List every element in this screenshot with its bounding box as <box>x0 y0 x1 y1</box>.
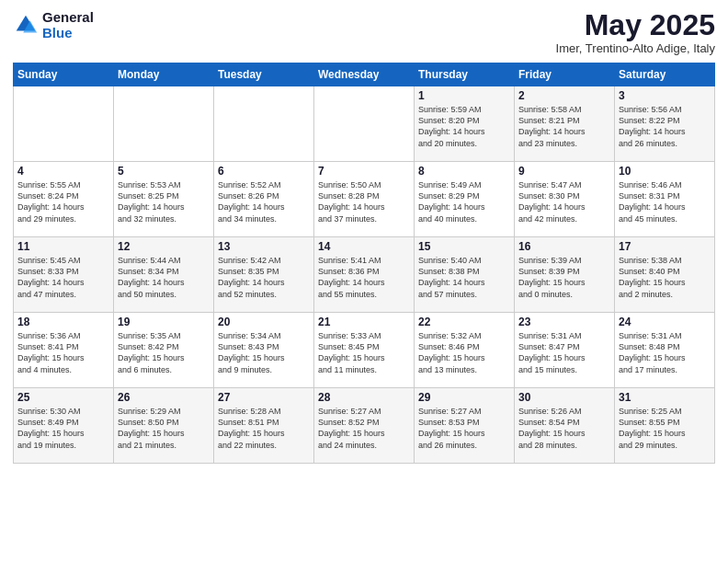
day-number: 19 <box>118 316 210 328</box>
calendar-cell: 7Sunrise: 5:50 AM Sunset: 8:28 PM Daylig… <box>314 162 415 237</box>
calendar-cell: 8Sunrise: 5:49 AM Sunset: 8:29 PM Daylig… <box>415 162 515 237</box>
calendar-cell: 26Sunrise: 5:29 AM Sunset: 8:50 PM Dayli… <box>114 388 214 464</box>
calendar-cell: 30Sunrise: 5:26 AM Sunset: 8:54 PM Dayli… <box>515 388 615 464</box>
calendar-cell: 4Sunrise: 5:55 AM Sunset: 8:24 PM Daylig… <box>14 162 114 237</box>
calendar-cell: 28Sunrise: 5:27 AM Sunset: 8:52 PM Dayli… <box>314 388 415 464</box>
day-info: Sunrise: 5:52 AM Sunset: 8:26 PM Dayligh… <box>218 179 310 224</box>
header-day-wednesday: Wednesday <box>314 63 415 86</box>
day-info: Sunrise: 5:41 AM Sunset: 8:36 PM Dayligh… <box>318 255 410 300</box>
day-info: Sunrise: 5:38 AM Sunset: 8:40 PM Dayligh… <box>619 255 711 300</box>
day-info: Sunrise: 5:55 AM Sunset: 8:24 PM Dayligh… <box>17 179 109 224</box>
day-number: 9 <box>518 165 610 178</box>
day-info: Sunrise: 5:30 AM Sunset: 8:49 PM Dayligh… <box>17 406 109 451</box>
calendar-cell: 15Sunrise: 5:40 AM Sunset: 8:38 PM Dayli… <box>415 237 515 313</box>
day-number: 16 <box>518 240 610 253</box>
day-info: Sunrise: 5:50 AM Sunset: 8:28 PM Dayligh… <box>318 179 410 224</box>
page-container: General Blue May 2025 Imer, Trentino-Alt… <box>0 0 728 473</box>
calendar-cell: 9Sunrise: 5:47 AM Sunset: 8:30 PM Daylig… <box>515 162 615 237</box>
calendar-cell: 14Sunrise: 5:41 AM Sunset: 8:36 PM Dayli… <box>314 237 415 313</box>
day-number: 8 <box>418 165 510 178</box>
week-row-2: 4Sunrise: 5:55 AM Sunset: 8:24 PM Daylig… <box>14 162 715 237</box>
month-title: May 2025 <box>556 9 715 41</box>
calendar-cell: 23Sunrise: 5:31 AM Sunset: 8:47 PM Dayli… <box>515 313 615 388</box>
calendar-cell: 2Sunrise: 5:58 AM Sunset: 8:21 PM Daylig… <box>515 86 615 162</box>
day-info: Sunrise: 5:36 AM Sunset: 8:41 PM Dayligh… <box>17 330 109 375</box>
day-info: Sunrise: 5:31 AM Sunset: 8:48 PM Dayligh… <box>619 330 711 375</box>
calendar-cell: 10Sunrise: 5:46 AM Sunset: 8:31 PM Dayli… <box>615 162 715 237</box>
day-number: 26 <box>118 391 210 404</box>
calendar-cell: 11Sunrise: 5:45 AM Sunset: 8:33 PM Dayli… <box>14 237 114 313</box>
day-number: 10 <box>619 165 711 178</box>
day-info: Sunrise: 5:35 AM Sunset: 8:42 PM Dayligh… <box>118 330 210 375</box>
calendar-cell: 22Sunrise: 5:32 AM Sunset: 8:46 PM Dayli… <box>415 313 515 388</box>
day-info: Sunrise: 5:56 AM Sunset: 8:22 PM Dayligh… <box>619 104 711 149</box>
day-number: 4 <box>17 165 109 178</box>
day-number: 30 <box>518 391 610 404</box>
day-number: 24 <box>619 316 711 328</box>
day-info: Sunrise: 5:49 AM Sunset: 8:29 PM Dayligh… <box>418 179 510 224</box>
header-day-saturday: Saturday <box>615 63 715 86</box>
calendar-cell: 19Sunrise: 5:35 AM Sunset: 8:42 PM Dayli… <box>114 313 214 388</box>
calendar-cell: 6Sunrise: 5:52 AM Sunset: 8:26 PM Daylig… <box>214 162 314 237</box>
day-info: Sunrise: 5:58 AM Sunset: 8:21 PM Dayligh… <box>518 104 610 149</box>
week-row-5: 25Sunrise: 5:30 AM Sunset: 8:49 PM Dayli… <box>14 388 715 464</box>
day-info: Sunrise: 5:45 AM Sunset: 8:33 PM Dayligh… <box>17 255 109 300</box>
day-number: 21 <box>318 316 410 328</box>
calendar-cell: 1Sunrise: 5:59 AM Sunset: 8:20 PM Daylig… <box>415 86 515 162</box>
logo-text: General Blue <box>42 9 94 40</box>
day-number: 27 <box>218 391 310 404</box>
calendar-cell <box>14 86 114 162</box>
day-number: 6 <box>218 165 310 178</box>
calendar-cell: 12Sunrise: 5:44 AM Sunset: 8:34 PM Dayli… <box>114 237 214 313</box>
day-number: 29 <box>418 391 510 404</box>
calendar-cell: 18Sunrise: 5:36 AM Sunset: 8:41 PM Dayli… <box>14 313 114 388</box>
day-info: Sunrise: 5:31 AM Sunset: 8:47 PM Dayligh… <box>518 330 610 375</box>
day-number: 18 <box>17 316 109 328</box>
day-info: Sunrise: 5:29 AM Sunset: 8:50 PM Dayligh… <box>118 406 210 451</box>
day-number: 12 <box>118 240 210 253</box>
day-info: Sunrise: 5:28 AM Sunset: 8:51 PM Dayligh… <box>218 406 310 451</box>
header: General Blue May 2025 Imer, Trentino-Alt… <box>13 9 715 55</box>
calendar-body: 1Sunrise: 5:59 AM Sunset: 8:20 PM Daylig… <box>14 86 715 464</box>
day-info: Sunrise: 5:26 AM Sunset: 8:54 PM Dayligh… <box>518 406 610 451</box>
day-info: Sunrise: 5:44 AM Sunset: 8:34 PM Dayligh… <box>118 255 210 300</box>
calendar-cell <box>214 86 314 162</box>
day-number: 17 <box>619 240 711 253</box>
week-row-1: 1Sunrise: 5:59 AM Sunset: 8:20 PM Daylig… <box>14 86 715 162</box>
header-day-sunday: Sunday <box>14 63 114 86</box>
calendar-cell: 5Sunrise: 5:53 AM Sunset: 8:25 PM Daylig… <box>114 162 214 237</box>
day-number: 28 <box>318 391 410 404</box>
day-info: Sunrise: 5:46 AM Sunset: 8:31 PM Dayligh… <box>619 179 711 224</box>
day-number: 7 <box>318 165 410 178</box>
calendar-cell: 16Sunrise: 5:39 AM Sunset: 8:39 PM Dayli… <box>515 237 615 313</box>
day-number: 3 <box>619 89 711 102</box>
header-day-tuesday: Tuesday <box>214 63 314 86</box>
day-info: Sunrise: 5:25 AM Sunset: 8:55 PM Dayligh… <box>619 406 711 451</box>
day-number: 22 <box>418 316 510 328</box>
day-number: 2 <box>518 89 610 102</box>
header-day-monday: Monday <box>114 63 214 86</box>
calendar-table: SundayMondayTuesdayWednesdayThursdayFrid… <box>13 63 715 464</box>
calendar-cell: 24Sunrise: 5:31 AM Sunset: 8:48 PM Dayli… <box>615 313 715 388</box>
day-info: Sunrise: 5:33 AM Sunset: 8:45 PM Dayligh… <box>318 330 410 375</box>
day-info: Sunrise: 5:32 AM Sunset: 8:46 PM Dayligh… <box>418 330 510 375</box>
week-row-3: 11Sunrise: 5:45 AM Sunset: 8:33 PM Dayli… <box>14 237 715 313</box>
calendar-cell: 20Sunrise: 5:34 AM Sunset: 8:43 PM Dayli… <box>214 313 314 388</box>
calendar-cell: 3Sunrise: 5:56 AM Sunset: 8:22 PM Daylig… <box>615 86 715 162</box>
calendar-cell: 17Sunrise: 5:38 AM Sunset: 8:40 PM Dayli… <box>615 237 715 313</box>
day-info: Sunrise: 5:27 AM Sunset: 8:52 PM Dayligh… <box>318 406 410 451</box>
day-number: 5 <box>118 165 210 178</box>
day-info: Sunrise: 5:47 AM Sunset: 8:30 PM Dayligh… <box>518 179 610 224</box>
day-number: 15 <box>418 240 510 253</box>
calendar-header: SundayMondayTuesdayWednesdayThursdayFrid… <box>14 63 715 86</box>
calendar-cell: 31Sunrise: 5:25 AM Sunset: 8:55 PM Dayli… <box>615 388 715 464</box>
logo: General Blue <box>13 9 94 40</box>
day-number: 31 <box>619 391 711 404</box>
week-row-4: 18Sunrise: 5:36 AM Sunset: 8:41 PM Dayli… <box>14 313 715 388</box>
calendar-cell: 25Sunrise: 5:30 AM Sunset: 8:49 PM Dayli… <box>14 388 114 464</box>
day-number: 13 <box>218 240 310 253</box>
logo-icon <box>13 12 39 38</box>
header-day-thursday: Thursday <box>415 63 515 86</box>
day-number: 1 <box>418 89 510 102</box>
calendar-cell: 27Sunrise: 5:28 AM Sunset: 8:51 PM Dayli… <box>214 388 314 464</box>
